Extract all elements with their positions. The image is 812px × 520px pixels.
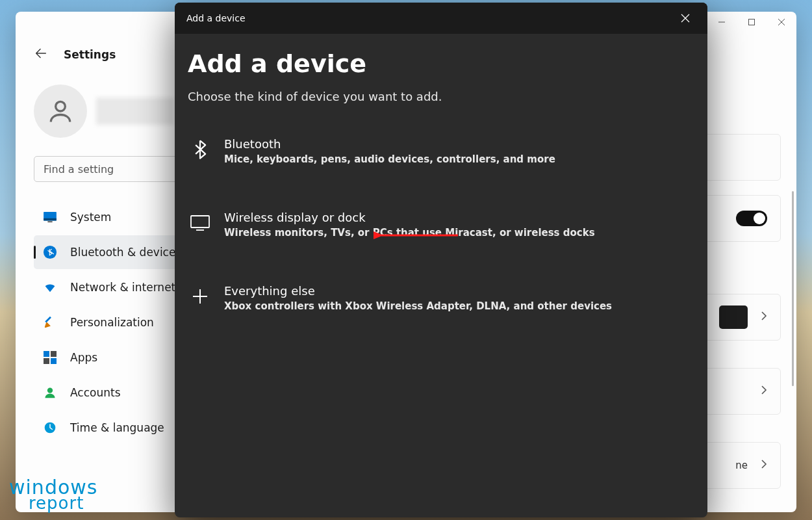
option-bluetooth[interactable]: Bluetooth Mice, keyboards, pens, audio d…: [188, 125, 694, 177]
option-wireless-display[interactable]: Wireless display or dock Wireless monito…: [188, 199, 694, 250]
chevron-right-icon: [761, 459, 767, 472]
apps-icon: [43, 350, 57, 365]
svg-rect-10: [44, 358, 49, 364]
vertical-scrollbar[interactable]: [792, 191, 794, 386]
personalization-icon: [43, 315, 57, 330]
plus-icon: [190, 287, 210, 306]
svg-point-2: [56, 101, 66, 111]
svg-rect-1: [749, 20, 755, 25]
option-title: Bluetooth: [224, 137, 692, 151]
option-description: Wireless monitors, TVs, or PCs that use …: [224, 227, 692, 239]
search-placeholder: Find a setting: [44, 163, 114, 176]
svg-rect-11: [51, 358, 57, 364]
svg-point-12: [47, 388, 53, 393]
close-button[interactable]: [767, 12, 796, 32]
setting-value: ne: [735, 460, 748, 471]
svg-rect-8: [44, 351, 49, 357]
nav-label: System: [70, 211, 111, 224]
add-device-dialog: Add a device Add a device Choose the kin…: [175, 3, 707, 517]
nav-label: Time & language: [70, 421, 164, 434]
option-title: Everything else: [224, 284, 692, 298]
wifi-icon: [43, 280, 57, 294]
svg-rect-5: [47, 221, 52, 222]
system-icon: [43, 210, 57, 224]
nav-label: Network & internet: [70, 281, 175, 294]
option-title: Wireless display or dock: [224, 211, 692, 224]
nav-label: Accounts: [70, 386, 121, 399]
app-title: Settings: [64, 48, 116, 61]
chevron-right-icon: [761, 311, 767, 324]
profile-name-redacted: [96, 98, 174, 125]
accounts-icon: [43, 385, 57, 400]
nav-label: Personalization: [70, 316, 154, 329]
option-everything-else[interactable]: Everything else Xbox controllers with Xb…: [188, 272, 694, 324]
dialog-close-button[interactable]: [672, 5, 698, 31]
back-button[interactable]: [34, 46, 48, 63]
maximize-button[interactable]: [737, 12, 767, 32]
svg-rect-7: [45, 317, 51, 323]
chevron-right-icon: [761, 385, 767, 398]
dialog-heading: Add a device: [188, 49, 694, 78]
dialog-titlebar: Add a device: [175, 3, 707, 34]
nav-label: Apps: [70, 351, 97, 364]
minimize-button[interactable]: [707, 12, 737, 32]
svg-rect-9: [51, 351, 57, 357]
setting-thumbnail: [719, 306, 748, 329]
bluetooth-icon: [190, 140, 210, 159]
display-icon: [190, 213, 210, 233]
bluetooth-icon: [43, 245, 57, 259]
dialog-window-title: Add a device: [186, 13, 246, 23]
svg-rect-4: [44, 218, 57, 221]
time-language-icon: [43, 421, 57, 435]
nav-label: Bluetooth & devices: [70, 246, 181, 259]
svg-rect-14: [191, 216, 209, 228]
option-description: Mice, keyboards, pens, audio devices, co…: [224, 153, 692, 165]
avatar: [34, 84, 87, 138]
toggle-switch[interactable]: [736, 211, 767, 226]
watermark: windows report: [9, 478, 97, 511]
option-description: Xbox controllers with Xbox Wireless Adap…: [224, 300, 692, 312]
dialog-subheading: Choose the kind of device you want to ad…: [188, 90, 694, 103]
